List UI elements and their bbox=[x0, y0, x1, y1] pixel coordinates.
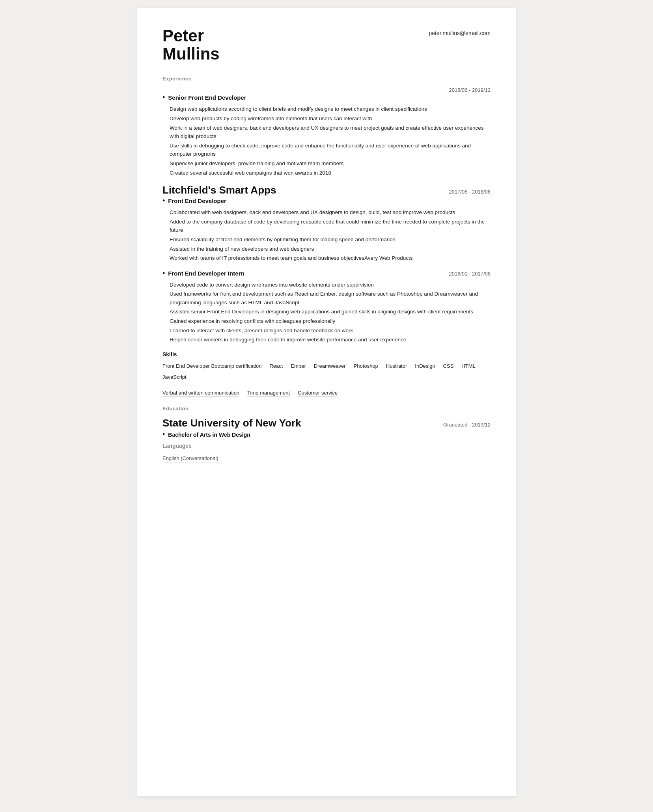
company-2-name: Litchfield's Smart Apps bbox=[162, 184, 276, 196]
bullet-1: • bbox=[162, 94, 165, 101]
resume-page: Peter Mullins peter.mullins@email.com Ex… bbox=[137, 8, 516, 796]
job-1-bullet-2: Develop web products by coding wireframe… bbox=[170, 114, 491, 123]
job-2-title-row: • Front End Developer bbox=[162, 197, 491, 204]
languages-label: Languages bbox=[162, 443, 491, 449]
job-1-date: 2018/06 - 2019/12 bbox=[449, 87, 491, 93]
bullet-3: • bbox=[162, 270, 165, 277]
job-3-bullet-5: Learned to interact with clients, presen… bbox=[170, 326, 491, 335]
skill-3: Ember bbox=[291, 363, 306, 370]
experience-label: Experience bbox=[162, 76, 491, 82]
degree-bullet: • bbox=[162, 431, 165, 438]
header-email: peter.mullins@email.com bbox=[429, 30, 491, 36]
job-3-block: • Front End Developer Intern 2016/01 - 2… bbox=[162, 270, 491, 344]
candidate-name: Peter Mullins bbox=[162, 27, 220, 63]
job-3-bullet-4: Gained experience in resolving conflicts… bbox=[170, 317, 491, 326]
experience-section: Experience 2018/06 - 2019/12 • Senior Fr… bbox=[162, 76, 491, 400]
skill-1: Front End Developer Bootcamp certificati… bbox=[162, 363, 261, 370]
skills-label: Skills bbox=[162, 351, 491, 358]
education-section: Education State University of New York G… bbox=[162, 406, 491, 462]
skill-8: CSS bbox=[443, 363, 454, 370]
job-1-title: Senior Front End Developer bbox=[168, 94, 246, 101]
job-1-block: 2018/06 - 2019/12 • Senior Front End Dev… bbox=[162, 87, 491, 177]
job-2-title: Front End Developer bbox=[168, 197, 226, 204]
skill-2: React bbox=[269, 363, 283, 370]
job-2-date: 2017/08 - 2018/06 bbox=[449, 189, 491, 195]
skill-11: Verbal and written communication bbox=[162, 390, 239, 397]
skill-10: JavaScript bbox=[162, 374, 187, 381]
university-header: State University of New York Graduated -… bbox=[162, 417, 491, 431]
job-1-date-row: 2018/06 - 2019/12 bbox=[162, 87, 491, 93]
job-3-bullet-2: Used frameworks for front end developmen… bbox=[170, 290, 491, 307]
job-2-bullet-1: Collaborated with web designers, back en… bbox=[170, 208, 491, 217]
job-2-bullet-4: Assisted in the training of new develope… bbox=[170, 245, 491, 253]
job-2-bullet-3: Ensured scalability of front end element… bbox=[170, 235, 491, 244]
skill-7: InDesign bbox=[415, 363, 435, 370]
job-3-date: 2016/01 - 2017/08 bbox=[449, 271, 491, 277]
language-1: English (Conversational) bbox=[162, 455, 218, 462]
skill-5: Photoshop bbox=[354, 363, 378, 370]
skill-6: Illustrator bbox=[386, 363, 407, 370]
job-1-bullet-6: Created several successful web campaigns… bbox=[170, 169, 491, 177]
skill-13: Customer service bbox=[298, 390, 338, 397]
job-3-bullet-3: Assisted senior Front End Developers in … bbox=[170, 307, 491, 316]
job-1-bullet-1: Design web applications according to cli… bbox=[170, 105, 491, 114]
skill-9: HTML bbox=[461, 363, 475, 370]
job-1-title-row: • Senior Front End Developer bbox=[162, 94, 491, 101]
job-2-bullet-5: Worked with teams of IT professionals to… bbox=[170, 254, 491, 263]
education-block: State University of New York Graduated -… bbox=[162, 417, 491, 462]
university-name: State University of New York bbox=[162, 417, 301, 429]
job-1-description: Design web applications according to cli… bbox=[170, 105, 491, 177]
degree-title: Bachelor of Arts in Web Design bbox=[168, 432, 250, 438]
job-1-bullet-3: Work in a team of web designers, back en… bbox=[170, 124, 491, 141]
skill-4: Dreamweaver bbox=[314, 363, 346, 370]
header: Peter Mullins peter.mullins@email.com bbox=[162, 27, 491, 63]
job-3-title: Front End Developer Intern bbox=[168, 270, 244, 277]
education-label: Education bbox=[162, 406, 491, 412]
skills-row-2: Verbal and written communication Time ma… bbox=[162, 390, 491, 401]
job-2-block: Litchfield's Smart Apps 2017/08 - 2018/0… bbox=[162, 184, 491, 263]
bullet-2: • bbox=[162, 197, 165, 204]
name-block: Peter Mullins bbox=[162, 27, 220, 63]
job-3-title-row: • Front End Developer Intern 2016/01 - 2… bbox=[162, 270, 491, 277]
job-1-bullet-4: Use skills in debugging to check code, i… bbox=[170, 142, 491, 158]
education-date: Graduated - 2019/12 bbox=[443, 422, 491, 428]
job-3-description: Developed code to convert design wirefra… bbox=[170, 281, 491, 344]
languages-section: Languages English (Conversational) bbox=[162, 443, 491, 462]
job-2-description: Collaborated with web designers, back en… bbox=[170, 208, 491, 263]
skills-row-1: Front End Developer Bootcamp certificati… bbox=[162, 363, 491, 385]
job-3-bullet-6: Helped senior workers in debugging their… bbox=[170, 335, 491, 344]
job-2-bullet-2: Added to the company database of code by… bbox=[170, 218, 491, 235]
job-2-company-header: Litchfield's Smart Apps 2017/08 - 2018/0… bbox=[162, 184, 491, 197]
job-1-bullet-5: Supervise junior developers, provide tra… bbox=[170, 159, 491, 168]
degree-row: • Bachelor of Arts in Web Design bbox=[162, 431, 491, 438]
skill-12: Time management bbox=[247, 390, 290, 397]
skills-section: Skills Front End Developer Bootcamp cert… bbox=[162, 351, 491, 401]
job-3-bullet-1: Developed code to convert design wirefra… bbox=[170, 281, 491, 289]
